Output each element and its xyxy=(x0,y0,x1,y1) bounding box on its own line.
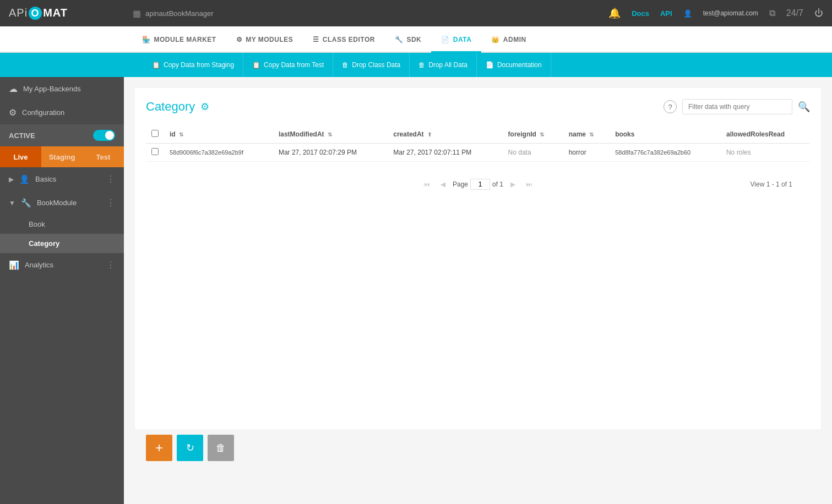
expand-down-icon: ▼ xyxy=(9,199,15,207)
header-id[interactable]: id ⇅ xyxy=(164,125,273,144)
config-icon: ⚙ xyxy=(9,107,17,118)
sub-nav-copy-test[interactable]: 📋 Copy Data from Test xyxy=(243,53,333,77)
cell-id: 58d9006f6c7a382e69a2b9f xyxy=(164,144,273,162)
header-name[interactable]: name ⇅ xyxy=(563,125,610,144)
refresh-button[interactable]: ↻ xyxy=(177,435,203,461)
header-books: books xyxy=(610,125,721,144)
cell-foreign-id: No data xyxy=(503,144,563,162)
sub-nav-drop-all[interactable]: 🗑 Drop All Data xyxy=(410,53,477,77)
support-icon[interactable]: 24/7 xyxy=(786,8,803,18)
analytics-more-icon[interactable]: ⋮ xyxy=(106,260,115,270)
row-checkbox[interactable] xyxy=(151,148,159,155)
nav-sdk[interactable]: 🔧 SDK xyxy=(385,28,431,53)
header-checkbox-col xyxy=(146,125,164,144)
pagination-row: ⏮ ◀ Page of 1 ▶ ⏭ xyxy=(420,168,536,200)
search-button[interactable]: 🔍 xyxy=(798,101,810,113)
sort-modified-icon: ⇅ xyxy=(328,132,332,138)
tab-staging[interactable]: Staging xyxy=(41,146,83,167)
copy-staging-icon: 📋 xyxy=(152,61,160,69)
sidebar-item-category[interactable]: Category xyxy=(0,234,124,253)
header-allowed-roles: allowedRolesRead xyxy=(721,125,810,144)
prev-page-button[interactable]: ◀ xyxy=(436,177,450,191)
content-header: Category ⚙ ? 🔍 xyxy=(146,99,810,114)
add-icon: + xyxy=(155,440,163,456)
app-name: apinautBookManager xyxy=(145,9,214,18)
sub-nav: 📋 Copy Data from Staging 📋 Copy Data fro… xyxy=(0,53,832,77)
header-created-at[interactable]: createdAt ⬆ xyxy=(388,125,502,144)
sidebar: ☁ My App-Backends ⚙ Configuration ACTIVE… xyxy=(0,77,124,504)
data-table: id ⇅ lastModifiedAt ⇅ createdAt ⬆ fore xyxy=(146,125,810,162)
sidebar-item-bookmodule[interactable]: ▼ 🔧 BookModule ⋮ xyxy=(0,191,124,215)
bookmodule-icon: 🔧 xyxy=(21,198,31,208)
sidebar-item-book[interactable]: Book xyxy=(0,215,124,234)
basics-icon: 👤 xyxy=(19,174,30,184)
tab-live[interactable]: Live xyxy=(0,146,41,167)
header-last-modified[interactable]: lastModifiedAt ⇅ xyxy=(273,125,388,144)
content-area: Category ⚙ ? 🔍 id xyxy=(124,77,832,504)
nav-module-market[interactable]: 🏪 MODULE MARKET xyxy=(132,28,226,53)
docs-link[interactable]: Docs xyxy=(632,9,649,18)
table-row: 58d9006f6c7a382e69a2b9f Mar 27, 2017 02:… xyxy=(146,144,810,162)
nav-data[interactable]: 📄 DATA xyxy=(431,28,481,53)
user-icon: 👤 xyxy=(683,9,692,18)
content-card: Category ⚙ ? 🔍 id xyxy=(135,88,821,429)
delete-button[interactable]: 🗑 xyxy=(208,435,234,461)
basics-more-icon[interactable]: ⋮ xyxy=(106,174,115,184)
next-page-button[interactable]: ▶ xyxy=(505,177,520,191)
trash-icon: 🗑 xyxy=(216,442,226,454)
module-market-icon: 🏪 xyxy=(142,36,151,43)
expand-right-icon: ▶ xyxy=(9,176,14,183)
app-name-section: ▦ apinautBookManager xyxy=(133,8,608,19)
sub-nav-copy-staging[interactable]: 📋 Copy Data from Staging xyxy=(143,53,243,77)
header-foreign-id[interactable]: foreignId ⇅ xyxy=(503,125,563,144)
cell-allowed-roles: No roles xyxy=(721,144,810,162)
row-checkbox-cell xyxy=(146,144,164,162)
first-page-button[interactable]: ⏮ xyxy=(420,177,434,191)
select-all-checkbox[interactable] xyxy=(151,130,159,137)
main-nav: 🏪 MODULE MARKET ⚙ MY MODULES ☰ CLASS EDI… xyxy=(0,26,832,53)
of-label: of 1 xyxy=(492,180,503,188)
help-button[interactable]: ? xyxy=(664,100,677,113)
cell-name: horror xyxy=(563,144,610,162)
sidebar-item-analytics[interactable]: 📊 Analytics ⋮ xyxy=(0,253,124,277)
content-title: Category ⚙ xyxy=(146,100,664,114)
sub-nav-drop-class[interactable]: 🗑 Drop Class Data xyxy=(333,53,410,77)
admin-icon: 👑 xyxy=(491,36,500,43)
my-modules-icon: ⚙ xyxy=(236,36,243,43)
header-right: 🔔 Docs API 👤 test@apiomat.com ⧉ 24/7 ⏻ xyxy=(608,7,823,19)
power-icon[interactable]: ⏻ xyxy=(814,8,823,18)
window-icon[interactable]: ⧉ xyxy=(769,8,775,18)
active-row: ACTIVE xyxy=(0,124,124,146)
sub-nav-documentation[interactable]: 📄 Documentation xyxy=(477,53,551,77)
sdk-icon: 🔧 xyxy=(395,36,404,43)
logo: APiOMAT xyxy=(9,7,68,20)
api-link[interactable]: API xyxy=(660,9,672,18)
add-button[interactable]: + xyxy=(146,435,172,461)
bookmodule-more-icon[interactable]: ⋮ xyxy=(106,198,115,208)
tab-test[interactable]: Test xyxy=(83,146,124,167)
class-editor-icon: ☰ xyxy=(313,36,319,43)
last-page-button[interactable]: ⏭ xyxy=(522,177,536,191)
filter-input[interactable] xyxy=(682,99,792,114)
nav-class-editor[interactable]: ☰ CLASS EDITOR xyxy=(303,28,385,53)
sort-id-icon: ⇅ xyxy=(179,132,183,138)
bell-icon[interactable]: 🔔 xyxy=(608,7,621,19)
nav-admin[interactable]: 👑 ADMIN xyxy=(481,28,536,53)
env-tabs: Live Staging Test xyxy=(0,146,124,167)
active-toggle[interactable] xyxy=(93,130,115,141)
top-header: APiOMAT ▦ apinautBookManager 🔔 Docs API … xyxy=(0,0,832,26)
drop-all-icon: 🗑 xyxy=(418,61,425,69)
sidebar-item-configuration[interactable]: ⚙ Configuration xyxy=(0,101,124,124)
sidebar-item-my-app-backends[interactable]: ☁ My App-Backends xyxy=(0,77,124,101)
logo-area: APiOMAT xyxy=(9,7,133,20)
analytics-icon: 📊 xyxy=(9,260,19,270)
sidebar-item-basics[interactable]: ▶ 👤 Basics ⋮ xyxy=(0,167,124,191)
page-number-input[interactable] xyxy=(470,179,490,190)
title-gear-icon[interactable]: ⚙ xyxy=(200,101,209,113)
page-label: Page xyxy=(453,180,468,188)
cell-last-modified: Mar 27, 2017 02:07:29 PM xyxy=(273,144,388,162)
nav-my-modules[interactable]: ⚙ MY MODULES xyxy=(226,28,303,53)
data-icon: 📄 xyxy=(441,36,450,43)
cell-created-at: Mar 27, 2017 02:07:11 PM xyxy=(388,144,502,162)
sort-created-icon: ⬆ xyxy=(427,132,432,138)
